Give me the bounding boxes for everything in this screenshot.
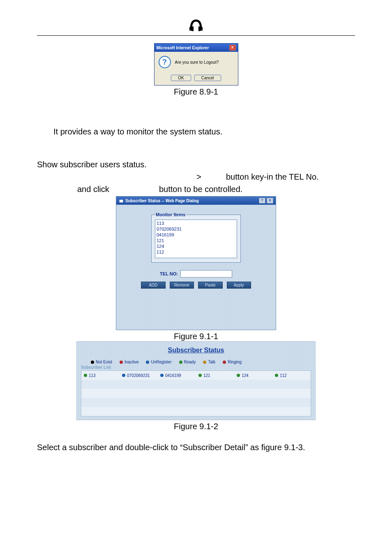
logo-icon [188,16,204,33]
legend-item: Not Exist [91,360,112,364]
legend-item: UnRegister [146,360,171,364]
remove-button[interactable]: Remove [170,282,194,289]
status-dot-icon [179,361,182,364]
paste-button[interactable]: Paste [198,282,223,289]
table-row [81,398,311,407]
legend-item: Ringing [223,360,242,364]
subscriber-cell[interactable]: 113 [81,373,120,378]
subscriber-cell[interactable]: 124 [234,373,272,378]
ok-button[interactable]: OK [171,75,191,81]
legend-item: Inactive [120,360,138,364]
telno-label: TEL NO: [160,271,178,276]
cancel-button[interactable]: Cancel [194,75,221,81]
figure-caption-9-1-2: Figure 9.1-2 [37,422,355,431]
subscriber-status-panel: Subscriber Status Not ExistInactiveUnReg… [76,341,316,420]
apply-button[interactable]: Apply [227,282,251,289]
subscriber-list-label: Subscriber List [81,365,311,370]
paragraph-detail: Select a subscriber and double-click to … [37,441,355,453]
subscriber-status-title: Subscriber Status [81,347,311,354]
status-dot-icon [160,374,164,377]
status-legend: Not ExistInactiveUnRegisterReadyTalkRing… [81,360,311,364]
paragraph-show: Show subscriber users status. [37,158,355,171]
monitor-items-list[interactable]: 113 0702069231 0416199 121 124 112 [155,220,237,258]
figure-caption-9-1-1: Figure 9.1-1 [37,332,355,341]
list-item[interactable]: 112 [157,249,235,255]
status-dot-icon [84,374,87,377]
list-item[interactable]: 121 [157,238,235,243]
controlled-text: button to be controlled. [159,185,242,194]
list-item[interactable]: 0702069231 [157,226,235,232]
add-button[interactable]: ADD [141,282,166,289]
status-dot-icon [275,374,278,377]
monitor-items-legend: Monitor Items [155,212,186,217]
close-icon[interactable]: X [267,198,273,204]
logout-dialog: Microsoft Internet Explorer X ? Are you … [154,43,238,86]
list-item[interactable]: 124 [157,243,235,249]
figure-caption-8-9-1: Figure 8.9-1 [154,87,238,97]
list-item[interactable]: 113 [157,220,235,226]
status-dot-icon [237,374,240,377]
status-dot-icon [91,361,94,364]
monitor-dialog: Subscriber Status -- Web Page Dialog ? X… [116,196,276,330]
subscriber-cell[interactable]: 0416199 [158,373,196,378]
subscriber-cell[interactable]: 0702069231 [120,373,158,378]
status-dot-icon [146,361,149,364]
subscriber-table: 11307020692310416199121124112 [81,370,311,416]
status-dot-icon [223,361,226,364]
status-dot-icon [198,374,202,377]
subscriber-cell[interactable]: 121 [196,373,234,378]
legend-item: Talk [203,360,215,364]
question-icon: ? [159,56,171,68]
subscriber-cell[interactable]: 112 [272,373,311,378]
table-row [81,380,311,389]
logout-dialog-titlebar: Microsoft Internet Explorer X [154,44,238,52]
status-dot-icon [122,374,125,377]
help-icon[interactable]: ? [259,198,265,204]
header-rule [37,35,355,36]
table-row[interactable]: 11307020692310416199121124112 [81,371,311,380]
monitor-dialog-title: Subscriber Status -- Web Page Dialog [125,199,199,203]
table-row [81,389,311,398]
gt-symbol: > [37,171,226,183]
paragraph-monitor: It provides a way to monitor the system … [37,125,355,138]
keyin-text: button key-in the TEL No. [226,171,355,183]
logout-dialog-message: Are you sure to Logout? [175,60,219,65]
table-row [81,407,311,416]
legend-item: Ready [179,360,196,364]
telno-input[interactable] [180,270,232,278]
list-item[interactable]: 0416199 [157,232,235,238]
monitor-dialog-titlebar: Subscriber Status -- Web Page Dialog ? X [116,197,276,205]
ie-page-icon [119,198,124,203]
status-dot-icon [120,361,123,364]
status-dot-icon [203,361,206,364]
andclick-text: and click [77,185,109,194]
logout-dialog-title: Microsoft Internet Explorer [157,46,209,50]
monitor-items-fieldset: Monitor Items 113 0702069231 0416199 121… [151,212,241,263]
close-icon[interactable]: X [229,45,236,51]
